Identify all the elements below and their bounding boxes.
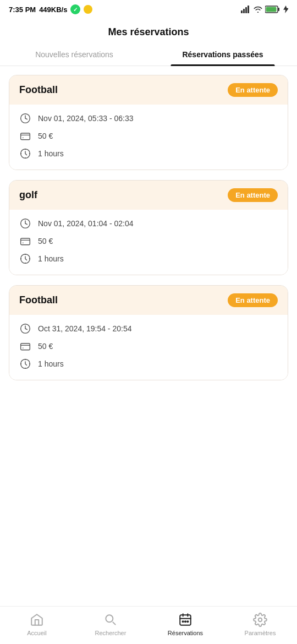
svg-rect-5 (278, 8, 280, 11)
duration-icon-1 (19, 148, 31, 160)
card-header-2: golf En attente (9, 181, 288, 210)
calendar-icon-2 (19, 217, 31, 230)
settings-icon (252, 612, 268, 627)
card-price-text-3: 50 € (38, 342, 53, 351)
svg-rect-3 (248, 6, 249, 13)
tab-past-reservations[interactable]: Réservations passées (148, 43, 297, 66)
card-duration-text-2: 1 hours (38, 254, 64, 263)
flash-icon (283, 6, 288, 13)
card-title-2: golf (19, 189, 37, 201)
card-datetime-1: Nov 01, 2024, 05:33 - 06:33 (19, 112, 278, 124)
card-datetime-text-3: Oct 31, 2024, 19:54 - 20:54 (38, 324, 131, 333)
card-body-2: Nov 01, 2024, 01:04 - 02:04 50 € (9, 210, 288, 275)
nav-label-settings: Paramètres (245, 630, 276, 636)
card-title-3: Football (19, 294, 58, 306)
card-body-3: Oct 31, 2024, 19:54 - 20:54 50 € (9, 315, 288, 380)
whatsapp-icon: ✓ (70, 4, 80, 14)
signal-icon (241, 6, 251, 13)
calendar-icon-3 (19, 323, 31, 335)
price-icon-1 (19, 130, 31, 142)
home-icon (29, 612, 45, 627)
card-datetime-3: Oct 31, 2024, 19:54 - 20:54 (19, 323, 278, 335)
svg-point-22 (183, 621, 184, 622)
card-price-1: 50 € (19, 130, 278, 142)
status-left: 7:35 PM 449KB/s ✓ (9, 4, 92, 14)
reservations-list: Football En attente Nov 01, 2024, 05:33 … (0, 75, 297, 380)
svg-point-24 (187, 621, 188, 622)
card-datetime-text-1: Nov 01, 2024, 05:33 - 06:33 (38, 114, 134, 123)
card-duration-3: 1 hours (19, 358, 278, 370)
svg-rect-20 (108, 618, 111, 620)
nav-item-search[interactable]: Rechercher (94, 612, 127, 636)
card-body-1: Nov 01, 2024, 05:33 - 06:33 50 € (9, 105, 288, 170)
nav-item-reservations[interactable]: Réservations (168, 612, 203, 636)
nav-label-search: Rechercher (95, 630, 126, 636)
card-title-1: Football (19, 84, 58, 96)
card-price-3: 50 € (19, 340, 278, 352)
reservation-card-2[interactable]: golf En attente Nov 01, 2024, 01:04 - 02… (9, 180, 288, 275)
reservations-icon (178, 612, 193, 627)
card-duration-text-1: 1 hours (38, 149, 64, 158)
nav-label-reservations: Réservations (168, 630, 203, 636)
svg-point-23 (185, 621, 186, 622)
card-datetime-text-2: Nov 01, 2024, 01:04 - 02:04 (38, 219, 134, 228)
status-network: 449KB/s (39, 6, 67, 14)
tab-new-reservations[interactable]: Nouvelles réservations (0, 43, 148, 66)
svg-rect-6 (266, 7, 277, 12)
status-time: 7:35 PM (9, 6, 36, 14)
status-badge-1: En attente (228, 83, 278, 97)
price-icon-3 (19, 340, 31, 352)
card-price-2: 50 € (19, 235, 278, 247)
battery-icon (265, 6, 280, 13)
duration-icon-3 (19, 358, 31, 370)
search-icon (103, 612, 118, 627)
card-price-text-1: 50 € (38, 132, 53, 140)
svg-point-13 (23, 243, 24, 244)
card-duration-2: 1 hours (19, 253, 278, 265)
svg-point-9 (23, 138, 24, 139)
card-header-1: Football En attente (9, 75, 288, 105)
tabs-container: Nouvelles réservations Réservations pass… (0, 43, 297, 66)
status-bar: 7:35 PM 449KB/s ✓ (0, 0, 297, 19)
svg-rect-16 (21, 343, 30, 350)
svg-rect-12 (21, 238, 30, 245)
svg-point-25 (258, 618, 262, 622)
card-price-text-2: 50 € (38, 237, 53, 245)
status-badge-3: En attente (228, 293, 278, 307)
card-datetime-2: Nov 01, 2024, 01:04 - 02:04 (19, 217, 278, 230)
nav-label-home: Accueil (27, 630, 46, 636)
page-title: Mes réservations (0, 19, 297, 43)
reservation-card-1[interactable]: Football En attente Nov 01, 2024, 05:33 … (9, 75, 288, 170)
price-icon-2 (19, 235, 31, 247)
nav-item-home[interactable]: Accueil (20, 612, 53, 636)
svg-point-19 (106, 615, 113, 622)
wifi-icon (253, 6, 263, 13)
card-duration-1: 1 hours (19, 148, 278, 160)
svg-rect-8 (21, 133, 30, 140)
status-badge-2: En attente (228, 188, 278, 202)
card-duration-text-3: 1 hours (38, 359, 64, 368)
svg-rect-2 (245, 7, 247, 13)
nav-item-settings[interactable]: Paramètres (244, 612, 277, 636)
svg-point-17 (23, 348, 24, 349)
reservation-card-3[interactable]: Football En attente Oct 31, 2024, 19:54 … (9, 285, 288, 380)
svg-rect-21 (180, 615, 191, 625)
status-right (241, 6, 288, 13)
calendar-icon-1 (19, 112, 31, 124)
coin-icon (84, 5, 92, 14)
svg-rect-1 (243, 9, 245, 13)
duration-icon-2 (19, 253, 31, 265)
bottom-nav: Accueil Rechercher Réservations (0, 606, 297, 644)
svg-rect-0 (241, 10, 243, 13)
card-header-3: Football En attente (9, 286, 288, 315)
